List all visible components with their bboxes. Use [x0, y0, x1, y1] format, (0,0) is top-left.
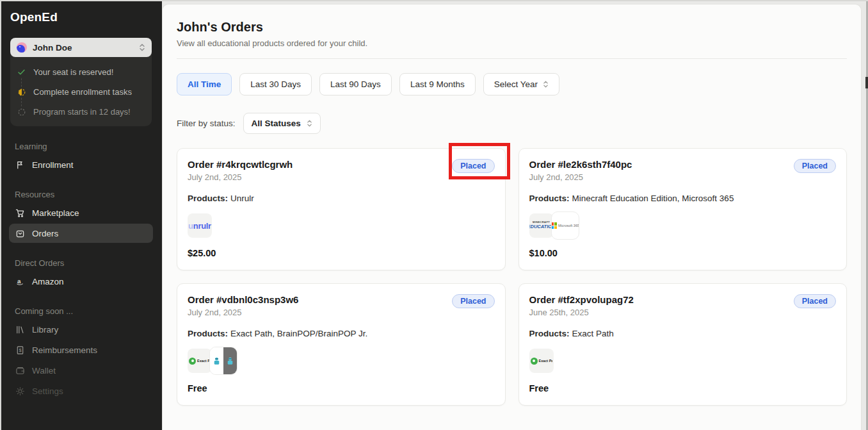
svg-text:$: $	[19, 347, 22, 352]
sidebar-item-label: Orders	[32, 229, 58, 238]
onboarding-step-done: Your seat is reserved!	[10, 62, 152, 82]
wallet-icon	[15, 365, 25, 376]
amazon-icon: a	[15, 276, 25, 286]
order-card[interactable]: Order #le2k6sth7f40pc July 2nd, 2025 Pla…	[518, 148, 848, 270]
order-price: $10.00	[529, 248, 837, 258]
sidebar-item-label: Wallet	[32, 366, 56, 376]
flag-icon	[15, 160, 25, 170]
products-line: Products:Exact Path	[529, 329, 837, 338]
shopping-bag-icon	[15, 228, 25, 238]
sidebar-item-marketplace[interactable]: Marketplace	[9, 203, 153, 222]
svg-text:a: a	[17, 277, 21, 284]
section-header-learning: Learning	[10, 142, 152, 151]
product-thumbnails: Exact Path	[529, 347, 837, 375]
sidebar-item-label: Library	[32, 325, 58, 335]
order-id: Order #r4krqcwtlcgrwh	[188, 159, 293, 170]
products-label: Products:	[529, 194, 570, 203]
section-header-coming-soon: Coming soon ...	[10, 306, 152, 316]
year-select-dropdown[interactable]: Select Year	[483, 73, 559, 95]
minecraft-education-logo: MINECRAFT EDUCATION	[529, 213, 554, 238]
dashed-circle-icon	[17, 107, 26, 117]
sidebar-item-label: Amazon	[32, 277, 64, 286]
products-label: Products:	[188, 329, 228, 338]
sidebar-item-label: Settings	[32, 386, 63, 396]
microsoft-365-logo: Microsoft 365	[551, 211, 579, 240]
onboarding-steps: Your seat is reserved! Complete enrollme…	[10, 62, 152, 122]
products-line: Products:Unrulr	[188, 194, 495, 203]
page-subtitle: View all educational products ordered fo…	[177, 38, 847, 48]
library-icon	[15, 324, 25, 335]
status-filter-label: Filter by status:	[177, 119, 236, 128]
time-filter-all-time[interactable]: All Time	[177, 73, 232, 95]
user-selector[interactable]: John Doe	[10, 38, 152, 57]
onboarding-step-in-progress: Complete enrollment tasks	[10, 82, 152, 102]
products-value: Unrulr	[230, 194, 254, 203]
half-circle-progress-icon	[17, 87, 26, 97]
status-badge: Placed	[452, 159, 494, 173]
products-value: Exact Path, BrainPOP/BrainPOP Jr.	[230, 329, 367, 338]
scrollbar-gutter	[862, 0, 868, 430]
order-id: Order #vdbnl0c3nsp3w6	[188, 294, 298, 305]
onboarding-step-label: Complete enrollment tasks	[33, 87, 132, 97]
content-panel: John's Orders View all educational produ…	[162, 4, 862, 430]
year-select-label: Select Year	[494, 79, 538, 89]
window-top-edge	[0, 0, 868, 1]
sidebar: OpenEd John Doe Your seat is reserved! C…	[0, 0, 162, 430]
status-badge: Placed	[452, 294, 494, 308]
exact-path-logo: Exact Path	[188, 349, 212, 373]
status-badge: Placed	[794, 294, 836, 308]
section-header-direct-orders: Direct Orders	[10, 258, 152, 268]
check-icon	[17, 67, 26, 77]
chevron-updown-icon	[139, 43, 145, 52]
sidebar-item-orders[interactable]: Orders	[9, 224, 153, 243]
user-name: John Doe	[33, 43, 72, 53]
status-filter-dropdown[interactable]: All Statuses	[243, 113, 321, 134]
sidebar-nav: Learning Enrollment Resources Marketplac…	[0, 142, 162, 401]
gear-icon	[15, 386, 25, 396]
brainpop-jr-robot-icon	[223, 347, 237, 374]
time-filter-last-9-months[interactable]: Last 9 Months	[399, 73, 476, 95]
order-date: July 2nd, 2025	[529, 172, 632, 182]
scrollbar-thumb[interactable]	[865, 77, 868, 88]
brainpop-logo	[209, 347, 237, 375]
avatar	[17, 42, 27, 53]
sidebar-item-wallet[interactable]: Wallet	[9, 361, 153, 380]
onboarding-step-label: Your seat is reserved!	[33, 67, 113, 77]
time-filter-last-90-days[interactable]: Last 90 Days	[319, 73, 392, 95]
sidebar-item-settings[interactable]: Settings	[9, 381, 153, 401]
order-id: Order #le2k6sth7f40pc	[529, 159, 632, 170]
sidebar-item-enrollment[interactable]: Enrollment	[9, 155, 153, 174]
order-card[interactable]: Order #vdbnl0c3nsp3w6 July 2nd, 2025 Pla…	[177, 283, 506, 406]
products-label: Products:	[188, 194, 228, 203]
order-card[interactable]: Order #tf2xpvolupag72 June 25th, 2025 Pl…	[518, 283, 848, 406]
sidebar-item-library[interactable]: Library	[9, 320, 153, 339]
chevron-updown-icon	[543, 80, 549, 88]
section-header-resources: Resources	[10, 190, 152, 199]
sidebar-item-label: Enrollment	[32, 160, 74, 170]
sidebar-item-reimbursements[interactable]: $ Reimbursements	[9, 340, 153, 360]
status-badge: Placed	[794, 159, 836, 173]
product-thumbnails: MINECRAFT EDUCATION Microsoft 365	[529, 211, 837, 240]
app-logo: OpenEd	[0, 0, 162, 24]
page-title: John's Orders	[177, 20, 847, 35]
order-date: July 2nd, 2025	[188, 308, 298, 317]
order-price: $25.00	[188, 248, 495, 258]
order-card[interactable]: Order #r4krqcwtlcgrwh July 2nd, 2025 Pla…	[177, 148, 506, 270]
receipt-dollar-icon: $	[15, 345, 25, 355]
time-filter-last-30-days[interactable]: Last 30 Days	[239, 73, 312, 95]
status-filter-value: All Statuses	[252, 119, 301, 128]
order-date: June 25th, 2025	[529, 308, 634, 317]
onboarding-step-upcoming: Program starts in 12 days!	[10, 102, 152, 122]
products-value: Exact Path	[572, 329, 614, 338]
order-date: July 2nd, 2025	[188, 172, 293, 182]
sidebar-item-amazon[interactable]: a Amazon	[9, 272, 153, 291]
order-price: Free	[188, 383, 495, 393]
time-filter-row: All Time Last 30 Days Last 90 Days Last …	[177, 73, 847, 95]
main-area: John's Orders View all educational produ…	[162, 0, 868, 430]
products-value: Minecraft Education Edition, Microsoft 3…	[572, 194, 734, 203]
chevron-updown-icon	[307, 119, 312, 128]
window-left-edge	[0, 0, 1, 430]
order-id: Order #tf2xpvolupag72	[529, 294, 634, 305]
product-thumbnails: unrulr	[188, 211, 495, 240]
shopping-cart-icon	[15, 208, 25, 218]
